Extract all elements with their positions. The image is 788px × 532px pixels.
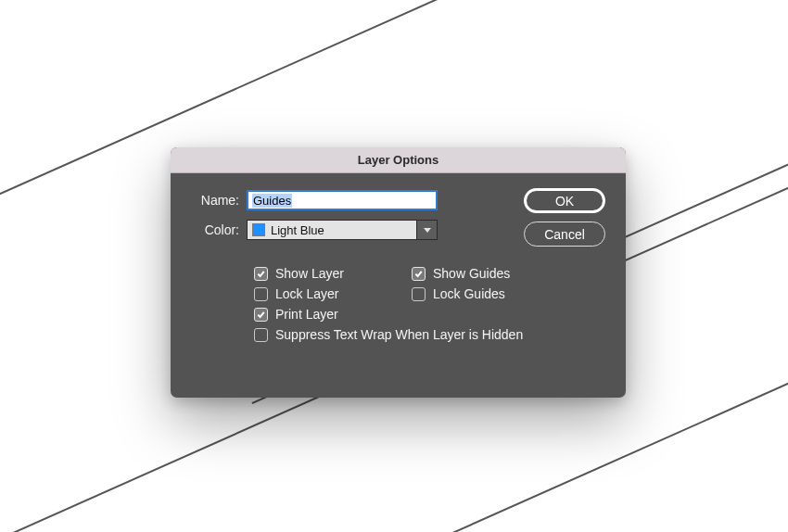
check-icon [414, 270, 423, 278]
show-guides-label: Show Guides [433, 266, 510, 281]
suppress-text-wrap-checkbox[interactable] [254, 328, 268, 342]
layer-name-value: Guides [252, 194, 292, 208]
name-label: Name: [191, 193, 247, 208]
lock-guides-checkbox[interactable] [412, 287, 426, 301]
show-guides-checkbox[interactable] [412, 267, 426, 281]
print-layer-checkbox[interactable] [254, 308, 268, 322]
show-layer-label: Show Layer [275, 266, 344, 281]
layer-options-dialog: Layer Options Name: Guides Color: Light … [171, 147, 626, 398]
color-label: Color: [191, 222, 247, 237]
cancel-button[interactable]: Cancel [524, 222, 605, 247]
suppress-text-wrap-label: Suppress Text Wrap When Layer is Hidden [275, 327, 523, 342]
print-layer-label: Print Layer [275, 307, 338, 322]
layer-color-select[interactable]: Light Blue [247, 220, 438, 240]
ok-button[interactable]: OK [524, 188, 605, 213]
chevron-down-icon [424, 228, 431, 233]
checkbox-grid: Show Layer Show Guides Lock Layer Lock G… [254, 266, 588, 348]
lock-layer-checkbox[interactable] [254, 287, 268, 301]
check-icon [257, 310, 265, 319]
cancel-button-label: Cancel [544, 227, 585, 242]
lock-layer-label: Lock Layer [275, 286, 338, 301]
color-value: Light Blue [271, 223, 324, 237]
color-dropdown-button[interactable] [417, 220, 438, 240]
check-icon [257, 270, 265, 278]
dialog-titlebar: Layer Options [171, 147, 626, 173]
show-layer-checkbox[interactable] [254, 267, 268, 281]
dialog-title: Layer Options [358, 153, 438, 167]
layer-name-input[interactable]: Guides [247, 190, 438, 210]
color-swatch [252, 223, 265, 236]
ok-button-label: OK [555, 194, 574, 209]
layer-color-display: Light Blue [247, 220, 417, 240]
lock-guides-label: Lock Guides [433, 286, 505, 301]
dialog-body: Name: Guides Color: Light Blue OK Cancel [171, 173, 626, 398]
